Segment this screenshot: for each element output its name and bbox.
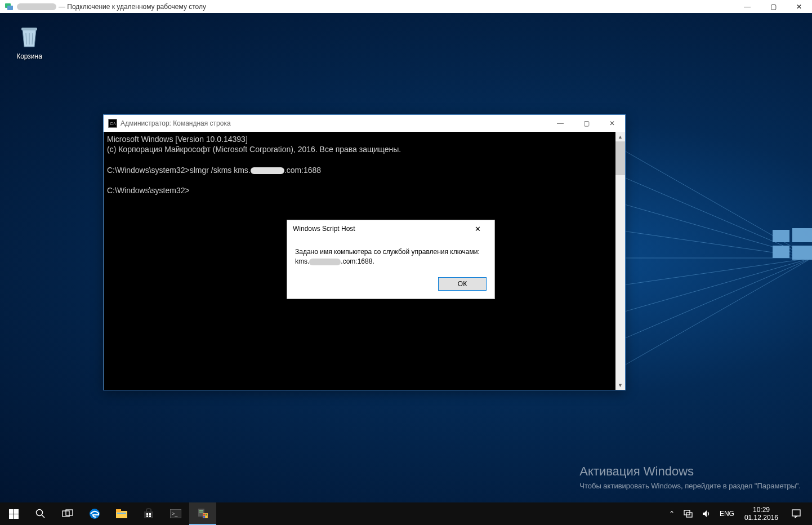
- cmd-icon: C:\: [108, 119, 117, 128]
- action-center-icon[interactable]: [784, 509, 809, 519]
- cmd-line: Microsoft Windows [Version 10.0.14393]: [107, 135, 248, 144]
- svg-rect-13: [773, 246, 789, 258]
- svg-rect-15: [21, 28, 37, 30]
- cmd-line: C:\Windows\system32>slmgr /skms kms.: [107, 166, 251, 175]
- svg-text:>_: >_: [172, 511, 178, 517]
- script-host-dialog: Windows Script Host ✕ Задано имя компьют…: [287, 220, 495, 299]
- svg-rect-34: [146, 515, 148, 517]
- rdp-window-controls: — ▢ ✕: [734, 0, 812, 13]
- trash-icon: [16, 23, 43, 50]
- rdp-icon: [5, 2, 14, 11]
- svg-rect-29: [116, 509, 121, 512]
- volume-icon[interactable]: [697, 502, 715, 525]
- cmd-window-controls: — ▢ ✕: [547, 115, 625, 132]
- scroll-thumb[interactable]: [615, 141, 625, 175]
- svg-line-4: [615, 202, 812, 258]
- taskbar-time: 10:29: [744, 506, 778, 514]
- rdp-minimize-button[interactable]: —: [734, 0, 760, 13]
- file-explorer-taskbar-icon[interactable]: [108, 502, 135, 525]
- dialog-message-line2: kms..com:1688.: [295, 257, 487, 266]
- store-taskbar-icon[interactable]: [135, 502, 162, 525]
- cmd-prompt: C:\Windows\system32>: [107, 186, 190, 195]
- edge-taskbar-icon[interactable]: [81, 502, 108, 525]
- scroll-up-arrow-icon[interactable]: ▲: [615, 132, 625, 141]
- server-manager-taskbar-icon[interactable]: [189, 502, 216, 525]
- svg-line-24: [42, 515, 44, 518]
- svg-rect-21: [9, 514, 14, 519]
- svg-rect-20: [14, 509, 19, 514]
- svg-line-7: [615, 258, 812, 286]
- dialog-redacted-host: [309, 259, 341, 265]
- rdp-maximize-button[interactable]: ▢: [760, 0, 786, 13]
- rdp-titlebar: — Подключение к удаленному рабочему стол…: [0, 0, 812, 13]
- watermark-title: Активация Windows: [579, 464, 801, 479]
- recycle-bin-label: Корзина: [8, 52, 51, 60]
- rdp-title: — Подключение к удаленному рабочему стол…: [59, 3, 206, 11]
- taskbar-clock[interactable]: 10:29 01.12.2016: [739, 506, 784, 522]
- taskbar: >_ ⌃ ENG 10:29 01.12.2016: [0, 502, 812, 525]
- dialog-title: Windows Script Host: [293, 225, 355, 233]
- remote-desktop[interactable]: Корзина Активация Windows Чтобы активиро…: [0, 13, 812, 502]
- svg-rect-19: [9, 509, 14, 514]
- cmd-minimize-button[interactable]: —: [547, 115, 573, 132]
- cmd-taskbar-icon[interactable]: >_: [162, 502, 189, 525]
- watermark-subtitle: Чтобы активировать Windows, перейдите в …: [579, 481, 801, 491]
- system-tray: ⌃ ENG 10:29 01.12.2016: [664, 502, 812, 525]
- cmd-title: Администратор: Командная строка: [121, 119, 231, 127]
- svg-rect-32: [146, 513, 148, 515]
- dialog-close-button[interactable]: ✕: [466, 220, 489, 237]
- svg-line-8: [615, 258, 812, 314]
- scroll-down-arrow-icon[interactable]: ▼: [615, 380, 625, 390]
- dialog-button-row: ОК: [287, 273, 494, 299]
- svg-rect-22: [14, 514, 19, 519]
- cmd-maximize-button[interactable]: ▢: [573, 115, 599, 132]
- svg-line-3: [615, 173, 812, 258]
- language-indicator[interactable]: ENG: [715, 502, 739, 525]
- rdp-host-redacted: [17, 3, 56, 10]
- recycle-bin-icon[interactable]: Корзина: [8, 23, 51, 60]
- dialog-titlebar[interactable]: Windows Script Host ✕: [287, 220, 494, 237]
- dialog-message-line1: Задано имя компьютера со службой управле…: [295, 247, 487, 257]
- svg-rect-42: [203, 514, 205, 515]
- svg-line-5: [615, 230, 812, 258]
- svg-rect-40: [199, 511, 203, 513]
- svg-rect-45: [206, 516, 207, 518]
- svg-rect-12: [792, 228, 812, 242]
- svg-rect-44: [203, 516, 205, 518]
- activation-watermark: Активация Windows Чтобы активировать Win…: [579, 464, 801, 491]
- cmd-close-button[interactable]: ✕: [599, 115, 625, 132]
- search-button[interactable]: [27, 502, 54, 525]
- cmd-titlebar[interactable]: C:\ Администратор: Командная строка — ▢ …: [104, 115, 625, 132]
- network-icon[interactable]: [679, 502, 697, 525]
- svg-point-23: [37, 510, 43, 516]
- windows-logo-rays: [615, 117, 812, 399]
- svg-rect-1: [7, 6, 13, 10]
- svg-line-10: [615, 258, 812, 371]
- dialog-body: Задано имя компьютера со службой управле…: [287, 237, 494, 273]
- start-button[interactable]: [0, 502, 27, 525]
- taskbar-date: 01.12.2016: [744, 514, 778, 522]
- svg-rect-43: [206, 514, 207, 515]
- ok-button[interactable]: ОК: [438, 277, 487, 291]
- cmd-redacted-host: [251, 167, 284, 174]
- svg-line-9: [615, 258, 812, 342]
- svg-rect-30: [117, 513, 126, 514]
- svg-rect-35: [149, 515, 151, 517]
- rdp-close-button[interactable]: ✕: [786, 0, 812, 13]
- cmd-line: .com:1688: [284, 166, 321, 175]
- svg-rect-11: [773, 230, 789, 242]
- svg-rect-39: [199, 510, 203, 511]
- task-view-button[interactable]: [54, 502, 81, 525]
- svg-rect-33: [149, 513, 151, 515]
- svg-rect-48: [792, 510, 800, 516]
- svg-rect-31: [144, 511, 153, 518]
- tray-chevron-icon[interactable]: ⌃: [664, 502, 679, 525]
- svg-rect-14: [792, 246, 812, 260]
- cmd-line: (c) Корпорация Майкрософт (Microsoft Cor…: [107, 145, 401, 154]
- cmd-scrollbar[interactable]: ▲ ▼: [615, 132, 625, 390]
- svg-line-2: [615, 145, 812, 258]
